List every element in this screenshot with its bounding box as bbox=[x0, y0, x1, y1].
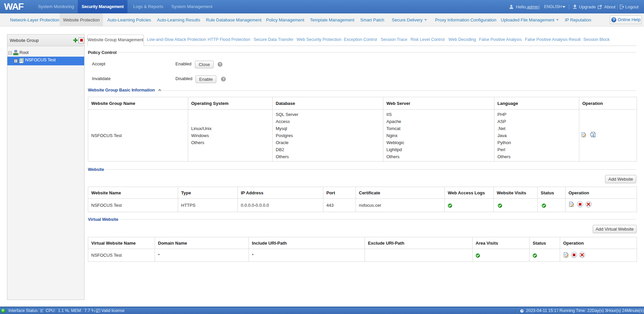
svg-text:?: ? bbox=[612, 18, 615, 22]
